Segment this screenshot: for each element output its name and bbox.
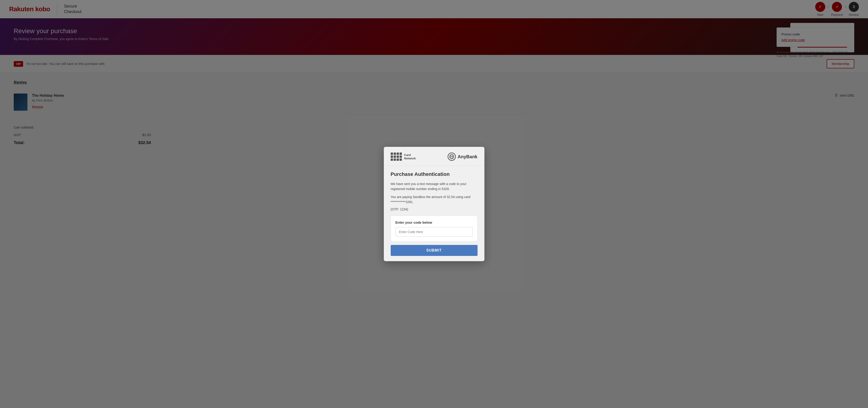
card-network-label2: Network [404,157,416,160]
modal-overlay: Card Network AnyBank Purchase Authentica… [0,0,868,408]
card-grid-icon [391,152,402,161]
submit-button[interactable]: SUBMIT [391,245,477,256]
card-network-logo: Card Network [391,152,416,161]
card-network-label: Card [404,153,416,157]
purchase-auth-modal: Card Network AnyBank Purchase Authentica… [384,147,485,261]
modal-desc-1: We have sent you a text message with a c… [391,181,477,192]
anybank-logo: AnyBank [447,152,477,161]
anybank-text: AnyBank [458,154,477,159]
code-section-label: Enter your code below [396,221,473,224]
code-input[interactable] [396,227,473,237]
modal-header: Card Network AnyBank [384,147,485,166]
modal-title: Purchase Authentication [391,171,477,177]
code-input-section: Enter your code below [391,216,477,241]
modal-desc-2: You are paying Sandbox the amount of 32.… [391,195,477,205]
modal-body: Purchase Authentication We have sent you… [384,166,485,261]
anybank-icon [447,152,456,161]
modal-otp-hint: (OTP: 1234) [391,207,477,211]
